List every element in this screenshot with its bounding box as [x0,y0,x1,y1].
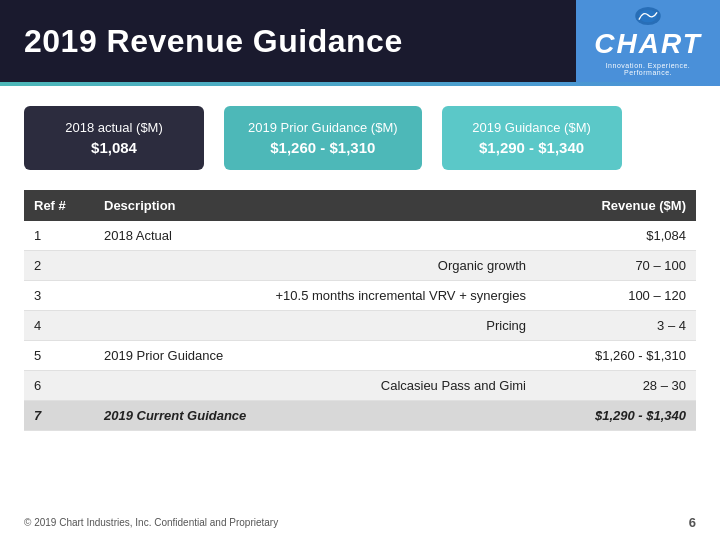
cell-desc-4: 2019 Prior Guidance [94,341,536,371]
cell-desc-0: 2018 Actual [94,221,536,251]
table-header-row: Ref # Description Revenue ($M) [24,190,696,221]
cell-revenue-5: 28 – 30 [536,371,696,401]
cell-revenue-4: $1,260 - $1,310 [536,341,696,371]
cell-revenue-0: $1,084 [536,221,696,251]
cell-revenue-6: $1,290 - $1,340 [536,401,696,431]
cell-desc-3: Pricing [94,311,536,341]
cell-desc-1: Organic growth [94,251,536,281]
cell-revenue-3: 3 – 4 [536,311,696,341]
cell-ref-3: 4 [24,311,94,341]
card-2018-actual: 2018 actual ($M) $1,084 [24,106,204,170]
page-header: 2019 Revenue Guidance CHART Innovation. … [0,0,720,82]
footer-copyright: © 2019 Chart Industries, Inc. Confidenti… [24,517,278,528]
cell-ref-0: 1 [24,221,94,251]
logo-text: CHART [594,28,701,60]
logo-subtitle: Innovation. Experience. Performance. [582,62,714,76]
table-row: 3+10.5 months incremental VRV + synergie… [24,281,696,311]
cell-desc-6: 2019 Current Guidance [94,401,536,431]
table-row: 12018 Actual$1,084 [24,221,696,251]
card-value-2: $1,290 - $1,340 [466,139,598,156]
card-2019-guidance: 2019 Guidance ($M) $1,290 - $1,340 [442,106,622,170]
page-footer: © 2019 Chart Industries, Inc. Confidenti… [0,504,720,540]
col-header-ref: Ref # [24,190,94,221]
cell-desc-2: +10.5 months incremental VRV + synergies [94,281,536,311]
cell-ref-4: 5 [24,341,94,371]
table-row: 6Calcasieu Pass and Gimi28 – 30 [24,371,696,401]
card-label-2: 2019 Guidance ($M) [466,120,598,135]
cell-ref-1: 2 [24,251,94,281]
table-row: 4Pricing3 – 4 [24,311,696,341]
footer-page-number: 6 [689,515,696,530]
cell-ref-2: 3 [24,281,94,311]
table-row: 72019 Current Guidance$1,290 - $1,340 [24,401,696,431]
cell-revenue-2: 100 – 120 [536,281,696,311]
cell-ref-5: 6 [24,371,94,401]
col-header-desc: Description [94,190,536,221]
cell-revenue-1: 70 – 100 [536,251,696,281]
card-value-1: $1,260 - $1,310 [248,139,398,156]
chart-logo-icon [630,6,666,26]
col-header-revenue: Revenue ($M) [536,190,696,221]
card-value-0: $1,084 [48,139,180,156]
table-row: 2Organic growth70 – 100 [24,251,696,281]
logo-area: CHART Innovation. Experience. Performanc… [576,0,720,82]
revenue-table: Ref # Description Revenue ($M) 12018 Act… [24,190,696,431]
card-label-0: 2018 actual ($M) [48,120,180,135]
card-label-1: 2019 Prior Guidance ($M) [248,120,398,135]
card-2019-prior: 2019 Prior Guidance ($M) $1,260 - $1,310 [224,106,422,170]
table-row: 52019 Prior Guidance$1,260 - $1,310 [24,341,696,371]
cell-desc-5: Calcasieu Pass and Gimi [94,371,536,401]
cards-row: 2018 actual ($M) $1,084 2019 Prior Guida… [0,86,720,190]
cell-ref-6: 7 [24,401,94,431]
page-title: 2019 Revenue Guidance [24,23,403,60]
revenue-table-container: Ref # Description Revenue ($M) 12018 Act… [0,190,720,431]
